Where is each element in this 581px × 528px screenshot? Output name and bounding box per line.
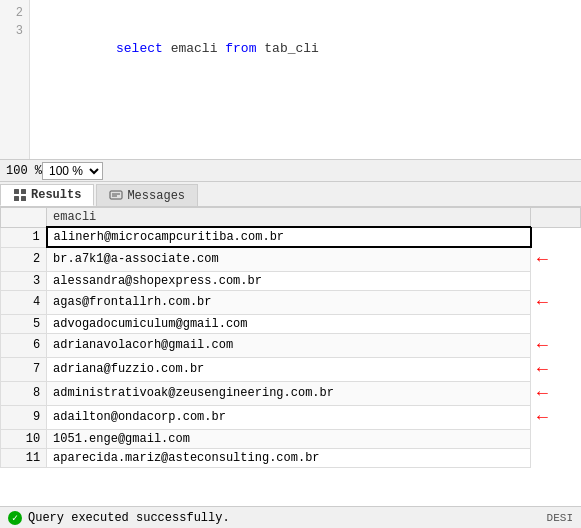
red-arrow-icon: ← <box>537 359 548 379</box>
arrow-cell: ← <box>531 405 581 429</box>
row-number: 11 <box>1 448 47 467</box>
table-row[interactable]: 11aparecida.mariz@asteconsulting.com.br <box>1 448 581 467</box>
row-number: 10 <box>1 429 47 448</box>
table-row[interactable]: 4agas@frontallrh.com.br← <box>1 290 581 314</box>
table-row[interactable]: 1alinerh@microcampcuritiba.com.br <box>1 227 581 247</box>
tab-results[interactable]: Results <box>0 184 94 206</box>
tabs-bar: Results Messages <box>0 182 581 207</box>
tab-messages-label: Messages <box>127 189 185 203</box>
email-cell[interactable]: br.a7k1@a-associate.com <box>47 247 531 271</box>
line-numbers: 2 3 <box>0 0 30 159</box>
arrow-cell: ← <box>531 333 581 357</box>
email-cell[interactable]: adriana@fuzzio.com.br <box>47 357 531 381</box>
email-cell[interactable]: aparecida.mariz@asteconsulting.com.br <box>47 448 531 467</box>
zoom-bar: 100 % 100 % 75 % 125 % 150 % <box>0 160 581 182</box>
code-line-2 <box>38 4 573 22</box>
red-arrow-icon: ← <box>537 407 548 427</box>
email-cell[interactable]: agas@frontallrh.com.br <box>47 290 531 314</box>
arrow-cell <box>531 448 581 467</box>
row-number: 6 <box>1 333 47 357</box>
table-row[interactable]: 6adrianavolacorh@gmail.com← <box>1 333 581 357</box>
red-arrow-icon: ← <box>537 335 548 355</box>
row-number: 9 <box>1 405 47 429</box>
red-arrow-icon: ← <box>537 292 548 312</box>
arrow-cell: ← <box>531 247 581 271</box>
keyword-select: select <box>116 41 163 56</box>
status-text: Query executed successfully. <box>28 511 230 525</box>
arrow-cell <box>531 429 581 448</box>
status-check-icon: ✓ <box>8 511 22 525</box>
svg-rect-3 <box>21 196 26 201</box>
red-arrow-icon: ← <box>537 249 548 269</box>
arrow-cell: ← <box>531 290 581 314</box>
keyword-from: from <box>225 41 256 56</box>
arrow-cell <box>531 271 581 290</box>
arrow-cell <box>531 314 581 333</box>
grid-icon <box>13 188 27 202</box>
table-row[interactable]: 101051.enge@gmail.com <box>1 429 581 448</box>
tab-results-label: Results <box>31 188 81 202</box>
row-number: 2 <box>1 247 47 271</box>
arrow-cell <box>531 227 581 247</box>
email-cell[interactable]: adrianavolacorh@gmail.com <box>47 333 531 357</box>
tab-messages[interactable]: Messages <box>96 184 198 206</box>
message-icon <box>109 189 123 203</box>
code-content[interactable]: select emacli from tab_cli <box>30 0 581 159</box>
email-cell[interactable]: administrativoak@zeusengineering.com.br <box>47 381 531 405</box>
row-number: 1 <box>1 227 47 247</box>
table-name: tab_cli <box>264 41 319 56</box>
row-number: 7 <box>1 357 47 381</box>
table-row[interactable]: 9adailton@ondacorp.com.br← <box>1 405 581 429</box>
svg-rect-4 <box>110 191 122 199</box>
code-line-3: select emacli from tab_cli <box>38 22 573 76</box>
email-cell[interactable]: adailton@ondacorp.com.br <box>47 405 531 429</box>
table-row[interactable]: 2br.a7k1@a-associate.com← <box>1 247 581 271</box>
row-number: 3 <box>1 271 47 290</box>
email-cell[interactable]: 1051.enge@gmail.com <box>47 429 531 448</box>
email-cell[interactable]: alinerh@microcampcuritiba.com.br <box>47 227 531 247</box>
arrow-cell: ← <box>531 357 581 381</box>
table-row[interactable]: 5advogadocumiculum@gmail.com <box>1 314 581 333</box>
column-name: emacli <box>171 41 218 56</box>
email-cell[interactable]: advogadocumiculum@gmail.com <box>47 314 531 333</box>
results-table: emacli 1alinerh@microcampcuritiba.com.br… <box>0 207 581 468</box>
table-row[interactable]: 8administrativoak@zeusengineering.com.br… <box>1 381 581 405</box>
arrow-cell: ← <box>531 381 581 405</box>
results-area[interactable]: emacli 1alinerh@microcampcuritiba.com.br… <box>0 207 581 506</box>
column-header-emacli: emacli <box>47 208 531 228</box>
zoom-label: 100 % <box>6 164 42 178</box>
svg-rect-0 <box>14 189 19 194</box>
table-row[interactable]: 7adriana@fuzzio.com.br← <box>1 357 581 381</box>
svg-rect-1 <box>21 189 26 194</box>
zoom-select[interactable]: 100 % 75 % 125 % 150 % <box>42 162 103 180</box>
status-bar: ✓ Query executed successfully. DESI <box>0 506 581 528</box>
email-cell[interactable]: alessandra@shopexpress.com.br <box>47 271 531 290</box>
row-number: 5 <box>1 314 47 333</box>
table-row[interactable]: 3alessandra@shopexpress.com.br <box>1 271 581 290</box>
row-number: 8 <box>1 381 47 405</box>
row-number: 4 <box>1 290 47 314</box>
status-suffix: DESI <box>547 512 573 524</box>
red-arrow-icon: ← <box>537 383 548 403</box>
row-num-header <box>1 208 47 228</box>
svg-rect-2 <box>14 196 19 201</box>
code-editor[interactable]: 2 3 select emacli from tab_cli <box>0 0 581 160</box>
arrow-col-header <box>531 208 581 228</box>
